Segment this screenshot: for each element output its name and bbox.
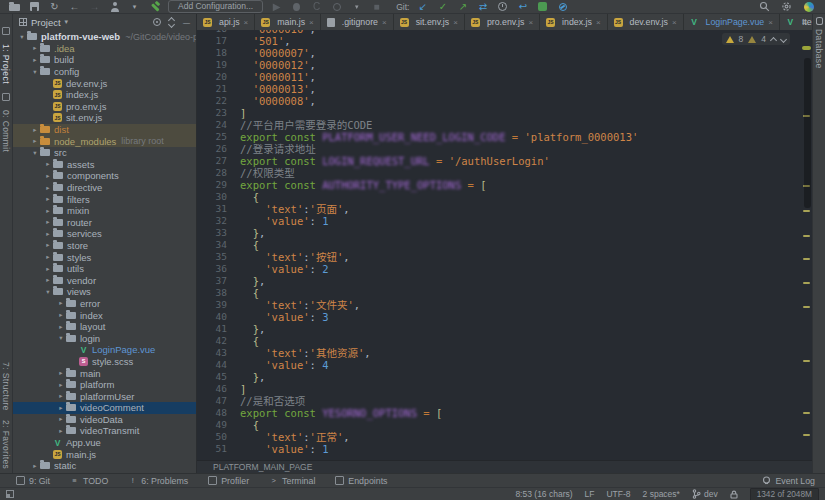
tree-chevron-icon[interactable]: ▾ bbox=[56, 334, 66, 342]
close-icon[interactable]: × bbox=[382, 18, 387, 27]
tree-item[interactable]: VLoginPage.vue bbox=[13, 344, 196, 356]
line-number[interactable]: 29 bbox=[197, 179, 240, 191]
tool-button-endpoints[interactable]: Endpoints bbox=[335, 476, 387, 486]
line-number[interactable]: 51 bbox=[197, 443, 240, 455]
code-line[interactable]: 17 '501', bbox=[197, 35, 800, 47]
tree-item[interactable]: ▸videoData bbox=[13, 414, 196, 426]
line-number[interactable]: 24 bbox=[197, 119, 240, 131]
tree-item[interactable]: ▸utils bbox=[13, 263, 196, 275]
editor-tab[interactable]: .gitignore× bbox=[321, 14, 394, 30]
tree-chevron-icon[interactable]: ▸ bbox=[43, 253, 53, 261]
code-line[interactable]: 51 'value': 1 bbox=[197, 443, 800, 455]
tree-item[interactable]: JSpro.env.js bbox=[13, 101, 196, 113]
tree-item[interactable]: ▸mixin bbox=[13, 205, 196, 217]
line-number[interactable]: 38 bbox=[197, 287, 240, 299]
readonly-toggle[interactable] bbox=[730, 490, 738, 499]
editor-tab[interactable]: JSapi.js× bbox=[197, 14, 255, 30]
tree-chevron-icon[interactable]: ▸ bbox=[56, 415, 66, 423]
code-area[interactable]: 16 '0000010',17 '501',18 '0000007',19 '0… bbox=[197, 30, 800, 455]
line-number[interactable]: 32 bbox=[197, 215, 240, 227]
code-line[interactable]: 30 { bbox=[197, 191, 800, 203]
forward-icon[interactable]: → bbox=[88, 1, 101, 13]
tree-item[interactable]: ▸build bbox=[13, 54, 196, 66]
save-all-icon[interactable] bbox=[28, 1, 41, 13]
line-number[interactable]: 39 bbox=[197, 299, 240, 311]
tree-item[interactable]: ▸router bbox=[13, 217, 196, 229]
tree-chevron-icon[interactable]: ▸ bbox=[56, 404, 66, 412]
tool-button-todo[interactable]: ≡TODO bbox=[70, 476, 108, 486]
code-line[interactable]: 27export const LOGIN_REQUEST_URL = '/aut… bbox=[197, 155, 800, 167]
tree-chevron-icon[interactable]: ▸ bbox=[43, 172, 53, 180]
caret-position[interactable]: 8:53 (16 chars) bbox=[515, 489, 572, 499]
git-compare-icon[interactable]: ⇄ bbox=[476, 1, 489, 13]
line-number[interactable]: 17 bbox=[197, 35, 240, 47]
line-number[interactable]: 36 bbox=[197, 263, 240, 275]
run-configuration-select[interactable]: Add Configuration... bbox=[168, 0, 263, 13]
hide-panel-icon[interactable]: — bbox=[183, 19, 190, 26]
tool-button-commit[interactable]: 0: Commit bbox=[1, 110, 11, 152]
git-branch-widget[interactable]: dev bbox=[692, 489, 718, 499]
tab-list-icon[interactable]: ≡ bbox=[797, 14, 812, 30]
close-icon[interactable]: × bbox=[453, 18, 458, 27]
editor-tab[interactable]: VLoginPage.vue× bbox=[684, 14, 780, 30]
tree-item[interactable]: ▸filters bbox=[13, 193, 196, 205]
close-icon[interactable]: × bbox=[768, 18, 773, 27]
warning-stripe-mark[interactable] bbox=[803, 235, 810, 237]
line-number[interactable]: 26 bbox=[197, 143, 240, 155]
line-number[interactable]: 46 bbox=[197, 383, 240, 395]
tree-chevron-icon[interactable]: ▸ bbox=[43, 218, 53, 226]
line-number[interactable]: 18 bbox=[197, 47, 240, 59]
code-with-me-icon[interactable] bbox=[536, 1, 549, 13]
editor-tab[interactable]: JSmain.js× bbox=[255, 14, 321, 30]
tree-item[interactable]: JSindex.js bbox=[13, 89, 196, 101]
line-number[interactable]: 40 bbox=[197, 311, 240, 323]
tree-chevron-icon[interactable]: ▸ bbox=[43, 195, 53, 203]
tree-item[interactable]: ▸services bbox=[13, 228, 196, 240]
editor-tab[interactable]: JSpro.env.js× bbox=[465, 14, 540, 30]
line-number[interactable]: 20 bbox=[197, 71, 240, 83]
editor-tab[interactable]: JSdev.env.js× bbox=[608, 14, 684, 30]
tree-chevron-icon[interactable]: ▸ bbox=[43, 265, 53, 273]
run-with-profile-icon[interactable] bbox=[108, 1, 121, 13]
inspection-lamp-mark[interactable] bbox=[802, 46, 811, 50]
tree-item[interactable]: ▸node_moduleslibrary root bbox=[13, 135, 196, 147]
tree-item[interactable]: JSsit.env.js bbox=[13, 112, 196, 124]
line-number[interactable]: 35 bbox=[197, 251, 240, 263]
tree-item[interactable]: ▸videoComment bbox=[13, 402, 196, 414]
tree-chevron-icon[interactable]: ▸ bbox=[56, 427, 66, 435]
tree-item[interactable]: ▸error bbox=[13, 298, 196, 310]
close-icon[interactable]: × bbox=[596, 18, 601, 27]
tree-item[interactable]: ▸assets bbox=[13, 159, 196, 171]
code-line[interactable]: 35 'text':'按钮', bbox=[197, 251, 800, 263]
code-line[interactable]: 42 { bbox=[197, 335, 800, 347]
tree-item[interactable]: ▾login bbox=[13, 332, 196, 344]
code-line[interactable]: 46] bbox=[197, 383, 800, 395]
tree-chevron-icon[interactable]: ▸ bbox=[30, 44, 40, 52]
tree-item[interactable]: ▸styles bbox=[13, 251, 196, 263]
tree-chevron-icon[interactable]: ▸ bbox=[30, 126, 40, 134]
tree-chevron-icon[interactable]: ▸ bbox=[43, 241, 53, 249]
code-line[interactable]: 24//平台用户需要登录的CODE bbox=[197, 119, 800, 131]
search-everywhere-icon[interactable] bbox=[758, 1, 771, 13]
tree-chevron-icon[interactable]: ▸ bbox=[30, 462, 40, 470]
line-number[interactable]: 47 bbox=[197, 395, 240, 407]
open-project-icon[interactable] bbox=[8, 1, 21, 13]
tree-chevron-icon[interactable]: ▸ bbox=[30, 56, 40, 64]
warning-stripe-mark[interactable] bbox=[803, 282, 810, 284]
tool-button--problems[interactable]: !6: Problems bbox=[128, 476, 188, 486]
tree-item[interactable]: ▸videoTransmit bbox=[13, 425, 196, 437]
code-line[interactable]: 21 '0000013', bbox=[197, 83, 800, 95]
chevron-down-icon[interactable]: ▾ bbox=[128, 1, 141, 13]
line-number[interactable]: 49 bbox=[197, 419, 240, 431]
coverage-icon[interactable]: C bbox=[310, 1, 323, 13]
toolwindow-switcher-icon[interactable] bbox=[6, 490, 14, 498]
editor-tab[interactable]: JSsit.env.js× bbox=[394, 14, 465, 30]
tree-item[interactable]: ▾src bbox=[13, 147, 196, 159]
line-number[interactable]: 50 bbox=[197, 431, 240, 443]
code-line[interactable]: 20 '0000011', bbox=[197, 71, 800, 83]
tree-item[interactable]: VApp.vue bbox=[13, 437, 196, 449]
close-icon[interactable]: × bbox=[244, 18, 249, 27]
line-number[interactable]: 45 bbox=[197, 371, 240, 383]
indent-style[interactable]: 2 spaces* bbox=[643, 489, 680, 499]
code-line[interactable]: 40 'value': 3 bbox=[197, 311, 800, 323]
